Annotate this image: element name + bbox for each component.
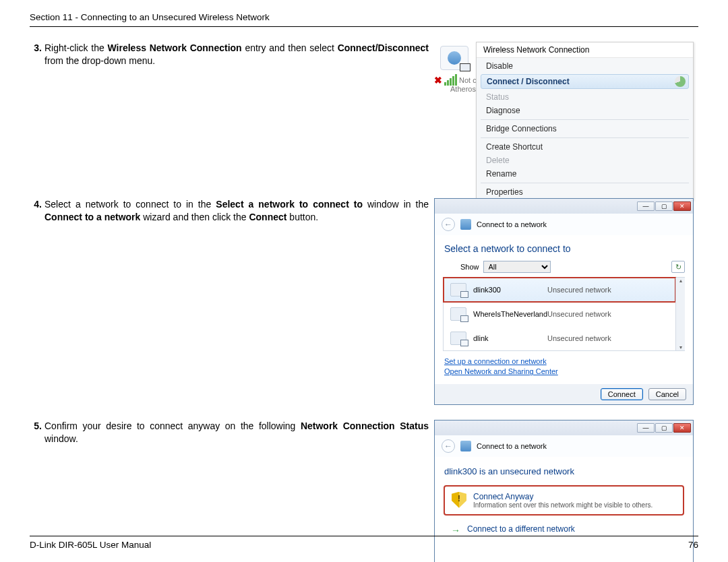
page-header: Section 11 - Connecting to an Unsecured … xyxy=(30,12,698,27)
step-number: 4. xyxy=(30,198,42,224)
step-text: Select a network to connect to in the Se… xyxy=(44,198,429,224)
menu-delete: Delete xyxy=(477,154,693,167)
figure-select-network-window: — ▢ ✕ ← Connect to a network Select a ne… xyxy=(434,198,694,405)
menu-properties[interactable]: Properties xyxy=(477,185,693,199)
scrollbar[interactable] xyxy=(675,278,685,350)
option-description: Information sent over this network might… xyxy=(473,501,653,509)
network-type: Unsecured network xyxy=(547,286,611,294)
page-number: 76 xyxy=(688,540,698,550)
menu-shortcut[interactable]: Create Shortcut xyxy=(477,140,693,154)
busy-icon xyxy=(675,76,686,87)
menu-diagnose[interactable]: Diagnose xyxy=(477,104,693,117)
show-label: Show xyxy=(460,263,479,271)
option-title: Connect to a different network xyxy=(467,524,575,534)
adapter-icon xyxy=(450,307,466,321)
figure-context-menu: ✖ Not con Atheros Wireless Network Conne… xyxy=(434,42,694,183)
network-type: Unsecured network xyxy=(547,334,611,342)
network-item[interactable]: WhereIsTheNeverland Unsecured network xyxy=(444,302,675,326)
wizard-title: Connect to a network xyxy=(477,442,547,450)
step-number: 3. xyxy=(30,42,42,67)
refresh-button[interactable]: ↻ xyxy=(671,261,685,273)
network-item[interactable]: dlink Unsecured network xyxy=(444,326,675,350)
show-dropdown[interactable]: All xyxy=(483,261,551,273)
x-icon: ✖ xyxy=(434,75,442,86)
context-menu: Disable Connect / Disconnect Status Diag… xyxy=(477,58,693,200)
network-name: WhereIsTheNeverland xyxy=(473,310,541,318)
menu-disable[interactable]: Disable xyxy=(477,59,693,73)
step-5: 5. Confirm your desire to connect anyway… xyxy=(30,420,434,445)
wizard-title: Connect to a network xyxy=(477,220,547,228)
network-icon xyxy=(460,219,471,230)
option-title: Connect Anyway xyxy=(473,492,653,501)
signal-icon xyxy=(444,74,457,86)
step-3: 3. Right-click the Wireless Network Conn… xyxy=(30,42,434,67)
adapter-label: Atheros xyxy=(450,85,476,93)
close-button[interactable]: ✕ xyxy=(673,201,691,211)
panel-title: Wireless Network Connection xyxy=(477,42,693,58)
back-button[interactable]: ← xyxy=(442,439,455,453)
prompt-text: dlink300 is an unsecured network xyxy=(443,464,685,486)
menu-rename[interactable]: Rename xyxy=(477,167,693,181)
maximize-button[interactable]: ▢ xyxy=(655,201,673,211)
minimize-button[interactable]: — xyxy=(637,201,655,211)
network-list: dlink300 Unsecured network WhereIsTheNev… xyxy=(443,277,685,351)
menu-connect-disconnect[interactable]: Connect / Disconnect xyxy=(481,74,689,89)
link-setup-connection[interactable]: Set up a connection or network xyxy=(444,356,684,367)
network-item-selected[interactable]: dlink300 Unsecured network xyxy=(444,278,675,302)
manual-title: D-Link DIR-605L User Manual xyxy=(30,540,151,550)
minimize-button[interactable]: — xyxy=(637,423,655,433)
network-name: dlink300 xyxy=(473,286,541,294)
network-icon xyxy=(460,441,471,451)
menu-status: Status xyxy=(477,90,693,104)
page-footer: D-Link DIR-605L User Manual 76 xyxy=(30,536,698,550)
shield-warning-icon xyxy=(452,492,466,508)
menu-bridge[interactable]: Bridge Connections xyxy=(477,122,693,135)
connection-icon xyxy=(440,46,468,70)
option-connect-anyway[interactable]: Connect Anyway Information sent over thi… xyxy=(444,486,684,515)
adapter-icon xyxy=(450,283,466,296)
link-open-sharing-center[interactable]: Open Network and Sharing Center xyxy=(444,367,684,377)
prompt-text: Select a network to connect to xyxy=(443,242,685,261)
title-bar: — ▢ ✕ xyxy=(435,420,693,435)
connect-button[interactable]: Connect xyxy=(601,388,643,400)
adapter-icon xyxy=(450,332,466,345)
cancel-button[interactable]: Cancel xyxy=(648,388,686,400)
section-title: Section 11 - Connecting to an Unsecured … xyxy=(30,12,270,22)
arrow-icon: → xyxy=(451,524,460,536)
maximize-button[interactable]: ▢ xyxy=(655,423,673,433)
title-bar: — ▢ ✕ xyxy=(435,199,693,214)
network-type: Unsecured network xyxy=(547,310,611,318)
network-name: dlink xyxy=(473,334,541,342)
step-text: Confirm your desire to connect anyway on… xyxy=(44,420,429,445)
step-text: Right-click the Wireless Network Connect… xyxy=(44,42,429,67)
back-button[interactable]: ← xyxy=(442,218,455,231)
step-number: 5. xyxy=(30,420,42,445)
step-4: 4. Select a network to connect to in the… xyxy=(30,198,434,224)
close-button[interactable]: ✕ xyxy=(673,423,691,433)
